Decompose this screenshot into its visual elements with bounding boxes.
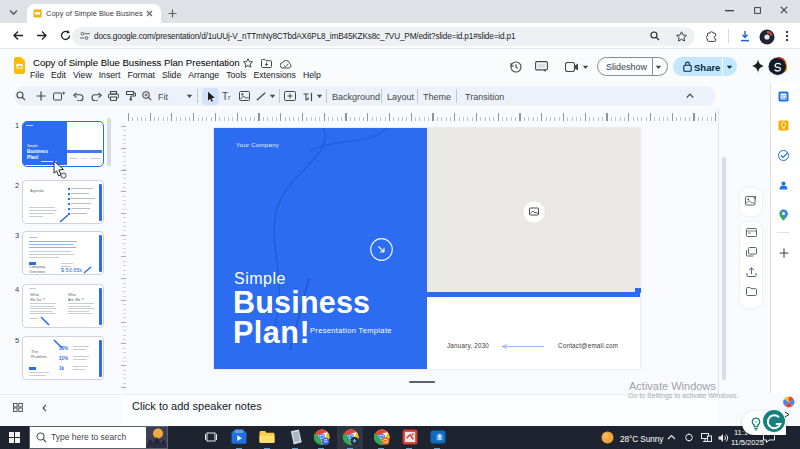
svg-text:R: R — [324, 439, 328, 444]
svg-text:31: 31 — [780, 94, 786, 100]
